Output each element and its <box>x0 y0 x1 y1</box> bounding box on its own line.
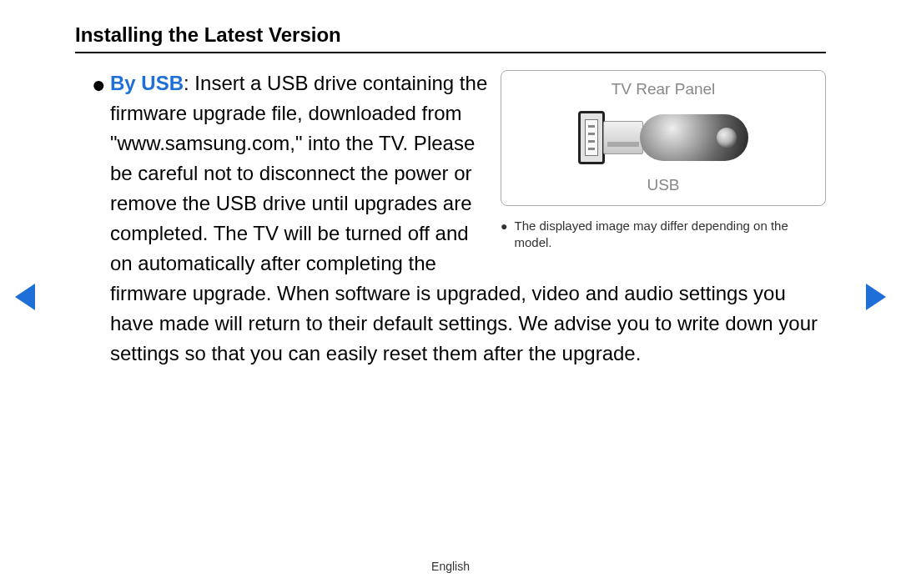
body-paragraph: TV Rear Panel USB ● The displayed image … <box>75 68 826 369</box>
diagram-note: ● The displayed image may differ dependi… <box>501 218 826 252</box>
note-text: The displayed image may differ depending… <box>514 218 826 252</box>
diagram-wrapper: TV Rear Panel USB ● The displayed image … <box>501 70 826 252</box>
usb-drive-icon <box>640 114 748 161</box>
bullet-dot: ● <box>92 70 106 100</box>
prev-page-arrow[interactable] <box>15 284 35 310</box>
next-page-arrow[interactable] <box>866 284 886 310</box>
diagram-title: TV Rear Panel <box>510 78 817 102</box>
usb-port-icon <box>578 111 605 164</box>
note-bullet: ● <box>501 218 507 234</box>
diagram-caption: USB <box>510 173 817 198</box>
method-label: By USB <box>110 72 184 94</box>
usb-diagram <box>510 108 817 167</box>
page-title: Installing the Latest Version <box>75 23 826 53</box>
footer-language: English <box>431 560 470 573</box>
usb-connector-icon <box>603 121 643 154</box>
diagram-box: TV Rear Panel USB <box>501 70 826 206</box>
